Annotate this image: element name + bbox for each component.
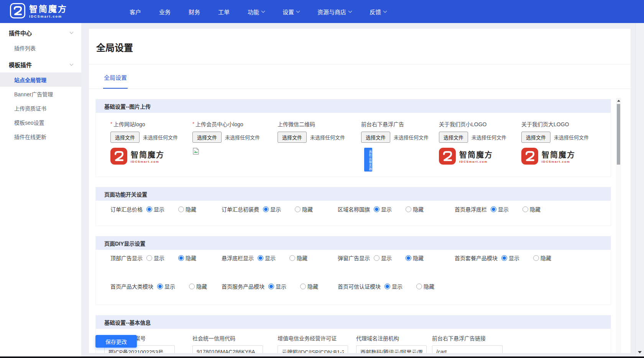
- choose-file-button[interactable]: 选择文件: [521, 132, 550, 143]
- scrollbar-thumb[interactable]: [617, 104, 620, 165]
- radio-hide-option[interactable]: 隐藏: [178, 254, 196, 262]
- radio-hide-option[interactable]: 隐藏: [522, 205, 540, 213]
- radio-show-option[interactable]: 显示: [258, 254, 276, 262]
- required-marker: *: [192, 121, 194, 127]
- content-scrollbar[interactable]: [616, 98, 621, 353]
- radio-show-option[interactable]: 显示: [157, 282, 175, 290]
- nav-item-label: 设置: [283, 8, 294, 16]
- radio-show-option[interactable]: 显示: [374, 205, 392, 213]
- radio-show-option[interactable]: 显示: [374, 254, 392, 262]
- input-domain-registrar[interactable]: [356, 345, 427, 353]
- radio-button-icon[interactable]: [268, 284, 274, 289]
- radio-button-icon[interactable]: [533, 255, 539, 261]
- switch-group-popup-ad-display: 弹窗广告显示显示隐藏: [338, 254, 455, 262]
- input-unified-social-credit-code[interactable]: [192, 345, 263, 353]
- arrow-down-icon[interactable]: [638, 351, 642, 353]
- radio-button-icon[interactable]: [146, 206, 152, 212]
- field-label: 社会统一信用代码: [192, 334, 278, 342]
- radio-button-icon[interactable]: [416, 284, 422, 289]
- choose-file-button[interactable]: 选择文件: [192, 132, 222, 143]
- radio-button-icon[interactable]: [522, 206, 528, 212]
- upload-field-member-center-small-logo: *上传会员中心小logo选择文件未选择任何文件: [192, 120, 278, 177]
- window-scrollbar[interactable]: [636, 23, 644, 356]
- radio-show-option[interactable]: 显示: [384, 282, 402, 290]
- radio-button-icon[interactable]: [178, 206, 184, 212]
- switch-group-order-summary-setup-fee: 订单汇总初装费显示隐藏: [222, 205, 338, 213]
- radio-hide-label: 隐藏: [302, 205, 313, 213]
- radio-show-option[interactable]: 显示: [146, 254, 164, 262]
- radio-hide-option[interactable]: 隐藏: [178, 205, 196, 213]
- radio-button-icon[interactable]: [178, 255, 184, 261]
- scroll-up-button[interactable]: [616, 98, 621, 104]
- radio-hide-option[interactable]: 隐藏: [406, 205, 424, 213]
- radio-hide-option[interactable]: 隐藏: [300, 282, 318, 290]
- save-button[interactable]: 保存更改: [95, 335, 137, 348]
- radio-show-label: 显示: [270, 205, 281, 213]
- radio-button-icon[interactable]: [157, 284, 163, 289]
- choose-file-button[interactable]: 选择文件: [439, 132, 468, 143]
- radio-button-icon[interactable]: [384, 284, 390, 289]
- radio-button-icon[interactable]: [374, 206, 380, 212]
- logo-subtitle: IDCSmart.com: [542, 160, 575, 163]
- radio-button-icon[interactable]: [258, 255, 263, 261]
- radio-show-option[interactable]: 显示: [491, 205, 509, 213]
- choose-file-button[interactable]: 选择文件: [361, 132, 390, 143]
- sidebar-item-plugin-list[interactable]: 插件列表: [0, 41, 81, 55]
- radio-show-option[interactable]: 显示: [268, 282, 286, 290]
- radio-button-icon[interactable]: [263, 206, 269, 212]
- radio-button-icon[interactable]: [300, 284, 306, 289]
- radio-hide-option[interactable]: 隐藏: [406, 254, 424, 262]
- radio-button-icon[interactable]: [406, 206, 411, 212]
- section-diy-display: 页面DIY显示设置顶部广告显示显示隐藏悬浮底栏显示显示隐藏弹窗广告显示显示隐藏首…: [95, 236, 611, 305]
- choose-file-button[interactable]: 选择文件: [278, 132, 307, 143]
- nav-item-business[interactable]: 业务: [159, 8, 171, 16]
- radio-hide-option[interactable]: 隐藏: [289, 254, 307, 262]
- radio-button-icon[interactable]: [374, 255, 380, 261]
- radio-hide-option[interactable]: 隐藏: [416, 282, 434, 290]
- radio-button-icon[interactable]: [501, 255, 507, 261]
- radio-show-option[interactable]: 显示: [501, 254, 519, 262]
- tab-global-settings[interactable]: 全局设置: [103, 73, 128, 89]
- nav-item-customers[interactable]: 客户: [130, 8, 141, 16]
- sidebar-group-header-plugin-center[interactable]: 插件中心: [0, 25, 81, 41]
- radio-button-icon[interactable]: [491, 206, 496, 212]
- nav-item-finance[interactable]: 财务: [189, 8, 200, 16]
- switch-label: 区域名称国旗: [338, 205, 370, 213]
- brand[interactable]: 智简魔方 IDCSmart.com: [10, 3, 67, 20]
- input-telecom-business-license[interactable]: [278, 345, 348, 353]
- chevron-down-icon: [70, 30, 74, 34]
- radio-show-option[interactable]: 显示: [263, 205, 281, 213]
- radio-hide-option[interactable]: 隐藏: [533, 254, 551, 262]
- switch-group-home-service-product-module: 首页服务产品模块显示隐藏: [222, 282, 338, 290]
- choose-file-button[interactable]: 选择文件: [110, 132, 140, 143]
- radio-button-icon[interactable]: [146, 255, 152, 261]
- radio-button-icon[interactable]: [289, 255, 295, 261]
- upload-preview: 智简魔方IDCSmart.com: [110, 148, 192, 172]
- sidebar-item-site-global-management[interactable]: 站点全局管理: [0, 73, 81, 87]
- file-input-about-small-logo: 选择文件未选择任何文件: [439, 132, 521, 143]
- nav-item-tickets[interactable]: 工单: [218, 8, 230, 16]
- nav-item-resources-store[interactable]: 资源与商店: [317, 8, 352, 16]
- radio-button-icon[interactable]: [189, 284, 195, 289]
- upload-preview: [192, 148, 278, 172]
- basic-field-telecom-business-license: 增值电信业务经营许可证: [278, 334, 356, 353]
- chevron-down-icon: [348, 9, 352, 13]
- sidebar-item-upload-certificates[interactable]: 上传资质证书: [0, 101, 81, 115]
- radio-hide-option[interactable]: 隐藏: [189, 282, 207, 290]
- radio-hide-option[interactable]: 隐藏: [295, 205, 313, 213]
- switch-group-home-package-product-module: 首页套餐产品模块显示隐藏: [455, 254, 611, 262]
- sidebar-item-plugin-online-update[interactable]: 插件在线更新: [0, 129, 81, 144]
- input-float-ad-link[interactable]: [432, 345, 503, 353]
- radio-show-label: 显示: [164, 282, 175, 290]
- nav-item-functions[interactable]: 功能: [248, 8, 264, 16]
- sidebar-item-banner-ad-management[interactable]: Banner广告管理: [0, 87, 81, 101]
- sidebar-group-header-template-plugins[interactable]: 模板插件: [0, 56, 81, 73]
- radio-button-icon[interactable]: [295, 206, 301, 212]
- radio-show-option[interactable]: 显示: [146, 205, 164, 213]
- nav-item-feedback[interactable]: 反馈: [370, 8, 386, 16]
- no-file-text: 未选择任何文件: [394, 134, 429, 141]
- section-image-upload: 基础设置--图片上传*上传网站logo选择文件未选择任何文件智简魔方IDCSma…: [95, 99, 611, 177]
- nav-item-settings[interactable]: 设置: [283, 8, 299, 16]
- sidebar-item-template-seo-settings[interactable]: 模板seo设置: [0, 115, 81, 129]
- radio-button-icon[interactable]: [406, 255, 411, 261]
